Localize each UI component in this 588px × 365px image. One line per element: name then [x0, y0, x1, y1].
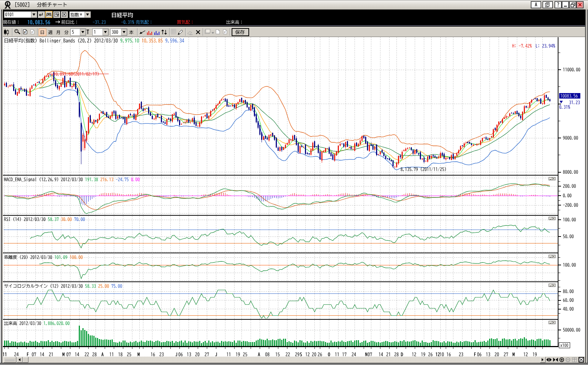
- svg-text:P: P: [24, 31, 26, 34]
- svg-text:P: P: [31, 31, 34, 34]
- svg-text:P: P: [224, 31, 226, 34]
